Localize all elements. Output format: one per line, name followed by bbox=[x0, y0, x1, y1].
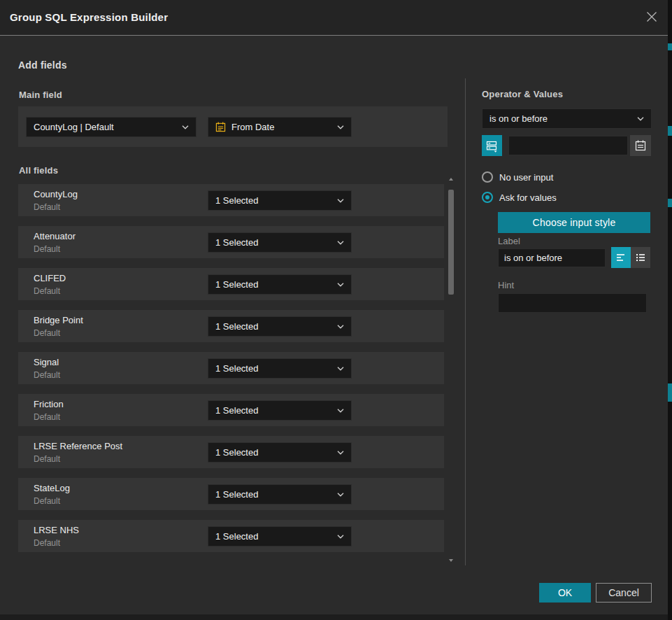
scroll-up-arrow-icon[interactable] bbox=[449, 178, 453, 181]
operator-dropdown[interactable]: is on or before bbox=[482, 108, 652, 129]
field-name: CountyLog bbox=[34, 189, 78, 199]
cancel-button[interactable]: Cancel bbox=[596, 583, 652, 603]
all-fields-label: All fields bbox=[19, 165, 58, 176]
value-list-button[interactable] bbox=[482, 135, 502, 156]
field-selected-dropdown[interactable]: 1 Selected bbox=[208, 190, 352, 211]
hint-caption: Hint bbox=[498, 280, 514, 290]
layer-select-value: CountyLog | Default bbox=[34, 122, 176, 132]
main-field-label: Main field bbox=[19, 90, 62, 100]
calendar-icon bbox=[635, 140, 646, 151]
field-name: Attenuator bbox=[34, 231, 76, 241]
chevron-down-icon bbox=[337, 451, 344, 455]
field-selected-dropdown[interactable]: 1 Selected bbox=[208, 442, 352, 463]
layer-select-dropdown[interactable]: CountyLog | Default bbox=[26, 117, 196, 137]
close-icon bbox=[645, 10, 658, 26]
field-selected-value: 1 Selected bbox=[215, 279, 331, 290]
field-sublabel: Default bbox=[34, 412, 60, 422]
field-row: Signal Default 1 Selected bbox=[18, 352, 444, 384]
dialog-titlebar: Group SQL Expression Builder bbox=[0, 0, 668, 36]
field-selected-value: 1 Selected bbox=[215, 531, 331, 542]
field-sublabel: Default bbox=[34, 454, 60, 464]
field-selected-dropdown[interactable]: 1 Selected bbox=[208, 400, 352, 421]
chevron-down-icon bbox=[337, 241, 344, 245]
field-sublabel: Default bbox=[34, 496, 60, 506]
field-sublabel: Default bbox=[34, 370, 60, 380]
field-sublabel: Default bbox=[34, 202, 60, 212]
chevron-down-icon bbox=[337, 325, 344, 329]
field-name: CLIFED bbox=[34, 273, 66, 283]
field-name: LRSE Reference Post bbox=[34, 441, 122, 451]
radio-selected-icon[interactable] bbox=[482, 192, 493, 203]
field-row: StateLog Default 1 Selected bbox=[18, 478, 444, 510]
add-fields-heading: Add fields bbox=[18, 59, 67, 71]
chevron-down-icon bbox=[182, 125, 189, 129]
chevron-down-icon bbox=[337, 199, 344, 203]
field-selected-dropdown[interactable]: 1 Selected bbox=[208, 484, 352, 505]
list-scrollbar[interactable] bbox=[448, 176, 454, 563]
single-input-style-toggle[interactable] bbox=[611, 247, 631, 268]
chevron-down-icon bbox=[337, 409, 344, 413]
operator-value: is on or before bbox=[489, 113, 631, 124]
close-button[interactable] bbox=[644, 10, 659, 26]
field-name: StateLog bbox=[34, 483, 70, 493]
calendar-icon bbox=[215, 122, 226, 132]
scroll-down-arrow-icon[interactable] bbox=[449, 559, 453, 562]
ask-for-values-option[interactable]: Ask for values bbox=[482, 192, 557, 203]
field-row: Bridge Point Default 1 Selected bbox=[18, 310, 444, 342]
date-picker-button[interactable] bbox=[630, 135, 651, 156]
chevron-down-icon bbox=[337, 125, 344, 129]
field-selected-value: 1 Selected bbox=[215, 405, 331, 416]
panel-divider bbox=[465, 78, 466, 565]
choose-input-style-button[interactable]: Choose input style bbox=[498, 212, 650, 233]
label-caption: Label bbox=[498, 236, 520, 246]
field-row: CountyLog Default 1 Selected bbox=[18, 184, 444, 216]
chevron-down-icon bbox=[337, 535, 344, 539]
ok-button[interactable]: OK bbox=[539, 583, 591, 603]
field-select-value: From Date bbox=[231, 122, 331, 132]
field-sublabel: Default bbox=[34, 286, 60, 296]
chevron-down-icon bbox=[337, 283, 344, 287]
field-selected-value: 1 Selected bbox=[215, 321, 331, 332]
field-selected-value: 1 Selected bbox=[215, 447, 331, 458]
field-selected-dropdown[interactable]: 1 Selected bbox=[208, 232, 352, 253]
field-name: LRSE NHS bbox=[34, 525, 79, 535]
field-selected-dropdown[interactable]: 1 Selected bbox=[208, 274, 352, 295]
field-selected-value: 1 Selected bbox=[215, 195, 331, 206]
chevron-down-icon bbox=[637, 117, 644, 121]
chevron-down-icon bbox=[337, 493, 344, 497]
field-row: CLIFED Default 1 Selected bbox=[18, 268, 444, 300]
main-field-box: CountyLog | Default From Date bbox=[18, 106, 448, 147]
field-sublabel: Default bbox=[34, 328, 60, 338]
bulleted-list-icon bbox=[635, 252, 646, 263]
all-fields-list: CountyLog Default 1 Selected Attenuator … bbox=[18, 184, 444, 562]
align-left-icon bbox=[615, 252, 627, 263]
field-select-dropdown[interactable]: From Date bbox=[208, 117, 352, 137]
field-sublabel: Default bbox=[34, 244, 60, 254]
field-row: LRSE NHS Default 1 Selected bbox=[18, 520, 444, 552]
field-row: Attenuator Default 1 Selected bbox=[18, 226, 444, 258]
hint-input[interactable] bbox=[498, 293, 647, 313]
field-row: Friction Default 1 Selected bbox=[18, 394, 444, 426]
chevron-down-icon bbox=[337, 367, 344, 371]
field-selected-value: 1 Selected bbox=[215, 489, 331, 500]
list-input-style-toggle[interactable] bbox=[631, 247, 650, 268]
dialog-title: Group SQL Expression Builder bbox=[10, 11, 168, 23]
group-sql-expression-builder-dialog: Group SQL Expression Builder Add fields … bbox=[0, 0, 672, 620]
field-row: LRSE Reference Post Default 1 Selected bbox=[18, 436, 444, 468]
field-selected-value: 1 Selected bbox=[215, 363, 331, 374]
field-selected-dropdown[interactable]: 1 Selected bbox=[208, 358, 352, 379]
no-user-input-label: No user input bbox=[499, 172, 553, 183]
background-page-edge bbox=[668, 0, 672, 620]
field-name: Bridge Point bbox=[34, 315, 83, 325]
field-selected-dropdown[interactable]: 1 Selected bbox=[208, 526, 352, 547]
label-input[interactable] bbox=[498, 248, 606, 267]
operator-values-heading: Operator & Values bbox=[482, 89, 563, 99]
field-name: Signal bbox=[34, 357, 59, 367]
date-value-input[interactable] bbox=[508, 136, 628, 155]
field-selected-dropdown[interactable]: 1 Selected bbox=[208, 316, 352, 337]
radio-unselected-icon[interactable] bbox=[482, 171, 493, 183]
field-selected-value: 1 Selected bbox=[215, 237, 331, 248]
scrollbar-thumb[interactable] bbox=[448, 190, 454, 295]
no-user-input-option[interactable]: No user input bbox=[482, 171, 553, 183]
field-sublabel: Default bbox=[34, 538, 60, 548]
